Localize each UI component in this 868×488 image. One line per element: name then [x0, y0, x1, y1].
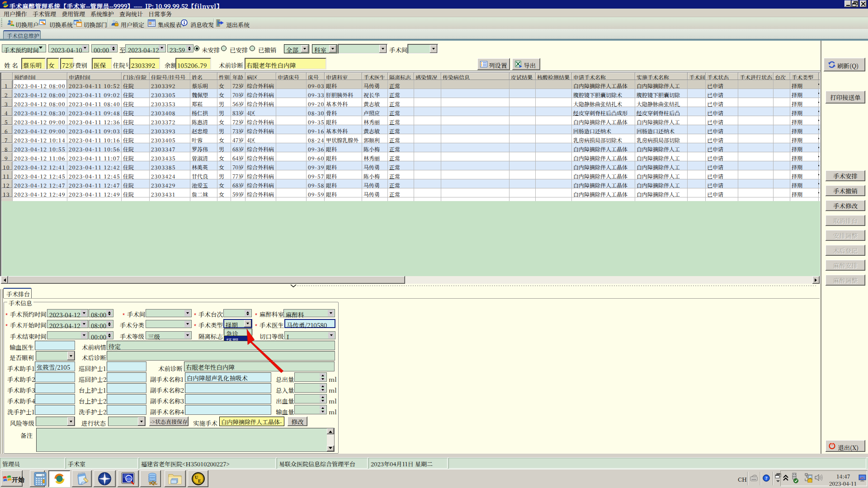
svg-text:?: ? [765, 474, 768, 481]
svg-text:SQL: SQL [126, 477, 132, 481]
svg-text:E: E [198, 477, 201, 484]
svg-text:!: ! [810, 479, 811, 483]
svg-text:0: 0 [42, 473, 43, 477]
svg-text:SQL: SQL [149, 480, 157, 485]
